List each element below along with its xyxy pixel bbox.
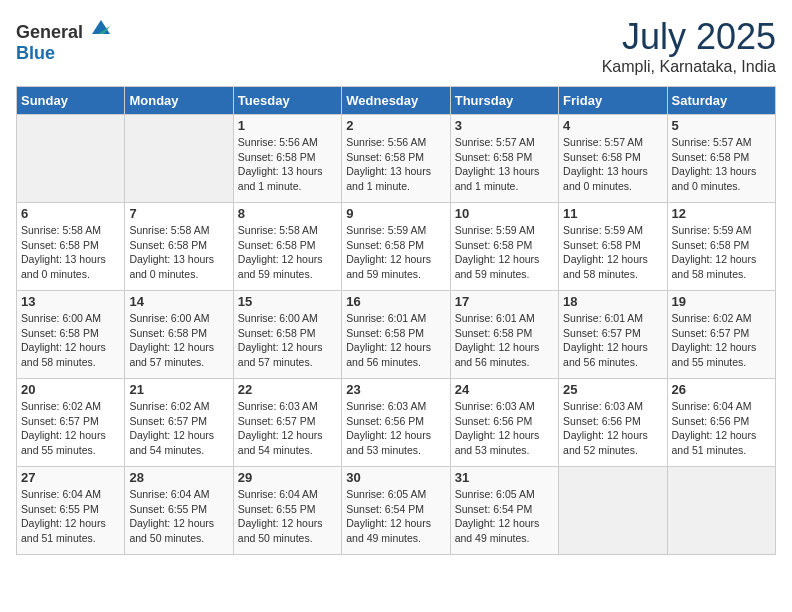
calendar-cell: 8Sunrise: 5:58 AM Sunset: 6:58 PM Daylig… — [233, 203, 341, 291]
day-number: 25 — [563, 382, 662, 397]
logo-text-general: General — [16, 22, 83, 42]
day-number: 18 — [563, 294, 662, 309]
weekday-header-cell: Wednesday — [342, 87, 450, 115]
day-detail: Sunrise: 6:02 AM Sunset: 6:57 PM Dayligh… — [672, 311, 771, 370]
day-number: 24 — [455, 382, 554, 397]
day-detail: Sunrise: 5:56 AM Sunset: 6:58 PM Dayligh… — [238, 135, 337, 194]
day-detail: Sunrise: 6:03 AM Sunset: 6:56 PM Dayligh… — [563, 399, 662, 458]
day-detail: Sunrise: 6:03 AM Sunset: 6:56 PM Dayligh… — [346, 399, 445, 458]
calendar-cell: 17Sunrise: 6:01 AM Sunset: 6:58 PM Dayli… — [450, 291, 558, 379]
day-detail: Sunrise: 6:05 AM Sunset: 6:54 PM Dayligh… — [455, 487, 554, 546]
calendar-cell: 12Sunrise: 5:59 AM Sunset: 6:58 PM Dayli… — [667, 203, 775, 291]
calendar-week-row: 13Sunrise: 6:00 AM Sunset: 6:58 PM Dayli… — [17, 291, 776, 379]
day-detail: Sunrise: 5:58 AM Sunset: 6:58 PM Dayligh… — [129, 223, 228, 282]
day-detail: Sunrise: 6:03 AM Sunset: 6:56 PM Dayligh… — [455, 399, 554, 458]
calendar-cell: 31Sunrise: 6:05 AM Sunset: 6:54 PM Dayli… — [450, 467, 558, 555]
calendar-cell: 10Sunrise: 5:59 AM Sunset: 6:58 PM Dayli… — [450, 203, 558, 291]
day-detail: Sunrise: 6:04 AM Sunset: 6:55 PM Dayligh… — [238, 487, 337, 546]
day-detail: Sunrise: 6:00 AM Sunset: 6:58 PM Dayligh… — [129, 311, 228, 370]
calendar-cell: 23Sunrise: 6:03 AM Sunset: 6:56 PM Dayli… — [342, 379, 450, 467]
day-detail: Sunrise: 6:04 AM Sunset: 6:55 PM Dayligh… — [21, 487, 120, 546]
day-number: 4 — [563, 118, 662, 133]
month-year: July 2025 — [602, 16, 776, 58]
calendar-cell: 27Sunrise: 6:04 AM Sunset: 6:55 PM Dayli… — [17, 467, 125, 555]
day-number: 22 — [238, 382, 337, 397]
day-detail: Sunrise: 6:00 AM Sunset: 6:58 PM Dayligh… — [21, 311, 120, 370]
calendar-cell: 25Sunrise: 6:03 AM Sunset: 6:56 PM Dayli… — [559, 379, 667, 467]
day-number: 2 — [346, 118, 445, 133]
calendar-table: SundayMondayTuesdayWednesdayThursdayFrid… — [16, 86, 776, 555]
day-detail: Sunrise: 6:03 AM Sunset: 6:57 PM Dayligh… — [238, 399, 337, 458]
day-detail: Sunrise: 5:57 AM Sunset: 6:58 PM Dayligh… — [455, 135, 554, 194]
logo-icon — [90, 16, 112, 38]
calendar-cell: 26Sunrise: 6:04 AM Sunset: 6:56 PM Dayli… — [667, 379, 775, 467]
calendar-cell: 19Sunrise: 6:02 AM Sunset: 6:57 PM Dayli… — [667, 291, 775, 379]
day-detail: Sunrise: 5:57 AM Sunset: 6:58 PM Dayligh… — [563, 135, 662, 194]
title-block: July 2025 Kampli, Karnataka, India — [602, 16, 776, 76]
calendar-cell: 22Sunrise: 6:03 AM Sunset: 6:57 PM Dayli… — [233, 379, 341, 467]
day-number: 19 — [672, 294, 771, 309]
day-number: 7 — [129, 206, 228, 221]
day-detail: Sunrise: 5:59 AM Sunset: 6:58 PM Dayligh… — [455, 223, 554, 282]
day-number: 3 — [455, 118, 554, 133]
calendar-cell: 29Sunrise: 6:04 AM Sunset: 6:55 PM Dayli… — [233, 467, 341, 555]
calendar-cell: 6Sunrise: 5:58 AM Sunset: 6:58 PM Daylig… — [17, 203, 125, 291]
day-number: 21 — [129, 382, 228, 397]
day-number: 8 — [238, 206, 337, 221]
calendar-cell — [559, 467, 667, 555]
calendar-cell: 3Sunrise: 5:57 AM Sunset: 6:58 PM Daylig… — [450, 115, 558, 203]
calendar-cell: 18Sunrise: 6:01 AM Sunset: 6:57 PM Dayli… — [559, 291, 667, 379]
calendar-cell: 1Sunrise: 5:56 AM Sunset: 6:58 PM Daylig… — [233, 115, 341, 203]
calendar-cell: 24Sunrise: 6:03 AM Sunset: 6:56 PM Dayli… — [450, 379, 558, 467]
day-number: 17 — [455, 294, 554, 309]
calendar-cell: 4Sunrise: 5:57 AM Sunset: 6:58 PM Daylig… — [559, 115, 667, 203]
day-detail: Sunrise: 5:59 AM Sunset: 6:58 PM Dayligh… — [563, 223, 662, 282]
day-detail: Sunrise: 6:01 AM Sunset: 6:57 PM Dayligh… — [563, 311, 662, 370]
svg-marker-0 — [92, 20, 110, 34]
location: Kampli, Karnataka, India — [602, 58, 776, 76]
calendar-cell: 21Sunrise: 6:02 AM Sunset: 6:57 PM Dayli… — [125, 379, 233, 467]
day-number: 14 — [129, 294, 228, 309]
day-number: 13 — [21, 294, 120, 309]
day-number: 11 — [563, 206, 662, 221]
day-number: 6 — [21, 206, 120, 221]
day-detail: Sunrise: 5:59 AM Sunset: 6:58 PM Dayligh… — [672, 223, 771, 282]
calendar-cell: 11Sunrise: 5:59 AM Sunset: 6:58 PM Dayli… — [559, 203, 667, 291]
calendar-cell: 30Sunrise: 6:05 AM Sunset: 6:54 PM Dayli… — [342, 467, 450, 555]
day-detail: Sunrise: 6:04 AM Sunset: 6:56 PM Dayligh… — [672, 399, 771, 458]
weekday-header-cell: Sunday — [17, 87, 125, 115]
day-detail: Sunrise: 6:05 AM Sunset: 6:54 PM Dayligh… — [346, 487, 445, 546]
calendar-cell: 5Sunrise: 5:57 AM Sunset: 6:58 PM Daylig… — [667, 115, 775, 203]
day-number: 26 — [672, 382, 771, 397]
page-header: General Blue July 2025 Kampli, Karnataka… — [16, 16, 776, 76]
calendar-cell: 28Sunrise: 6:04 AM Sunset: 6:55 PM Dayli… — [125, 467, 233, 555]
weekday-header-cell: Thursday — [450, 87, 558, 115]
calendar-cell: 15Sunrise: 6:00 AM Sunset: 6:58 PM Dayli… — [233, 291, 341, 379]
day-number: 9 — [346, 206, 445, 221]
day-number: 20 — [21, 382, 120, 397]
day-number: 10 — [455, 206, 554, 221]
day-detail: Sunrise: 6:01 AM Sunset: 6:58 PM Dayligh… — [455, 311, 554, 370]
day-detail: Sunrise: 5:57 AM Sunset: 6:58 PM Dayligh… — [672, 135, 771, 194]
calendar-cell: 2Sunrise: 5:56 AM Sunset: 6:58 PM Daylig… — [342, 115, 450, 203]
day-detail: Sunrise: 5:58 AM Sunset: 6:58 PM Dayligh… — [238, 223, 337, 282]
weekday-header-row: SundayMondayTuesdayWednesdayThursdayFrid… — [17, 87, 776, 115]
calendar-cell — [17, 115, 125, 203]
day-detail: Sunrise: 5:59 AM Sunset: 6:58 PM Dayligh… — [346, 223, 445, 282]
day-detail: Sunrise: 6:02 AM Sunset: 6:57 PM Dayligh… — [129, 399, 228, 458]
day-detail: Sunrise: 5:58 AM Sunset: 6:58 PM Dayligh… — [21, 223, 120, 282]
day-number: 5 — [672, 118, 771, 133]
calendar-cell: 14Sunrise: 6:00 AM Sunset: 6:58 PM Dayli… — [125, 291, 233, 379]
day-number: 1 — [238, 118, 337, 133]
day-number: 31 — [455, 470, 554, 485]
day-detail: Sunrise: 5:56 AM Sunset: 6:58 PM Dayligh… — [346, 135, 445, 194]
logo-text-blue: Blue — [16, 43, 55, 63]
day-number: 15 — [238, 294, 337, 309]
day-detail: Sunrise: 6:01 AM Sunset: 6:58 PM Dayligh… — [346, 311, 445, 370]
calendar-cell: 9Sunrise: 5:59 AM Sunset: 6:58 PM Daylig… — [342, 203, 450, 291]
day-number: 30 — [346, 470, 445, 485]
day-number: 29 — [238, 470, 337, 485]
weekday-header-cell: Saturday — [667, 87, 775, 115]
calendar-body: 1Sunrise: 5:56 AM Sunset: 6:58 PM Daylig… — [17, 115, 776, 555]
day-number: 28 — [129, 470, 228, 485]
